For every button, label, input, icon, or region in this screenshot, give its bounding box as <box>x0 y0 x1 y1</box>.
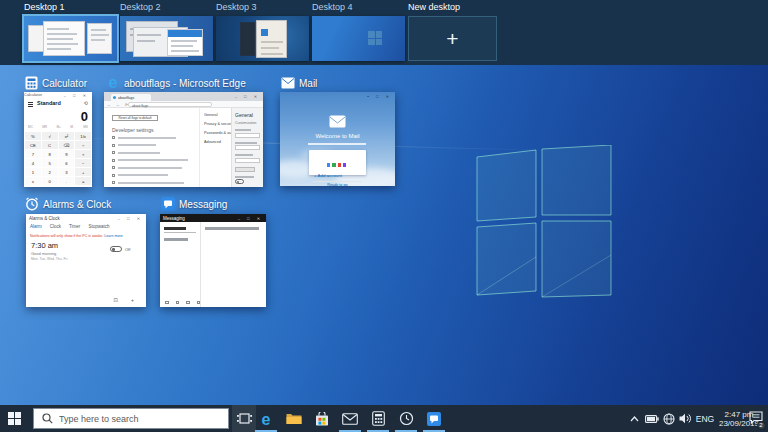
svg-text:e: e <box>262 411 271 427</box>
mail-account-card: + Add account Ready to go <box>309 150 366 175</box>
alarms-tabs: AlarmClockTimerStopwatch <box>30 224 109 229</box>
learn-more-link: Learn more <box>104 234 122 238</box>
globe-network-icon <box>663 413 675 425</box>
messaging-thumbnail-label: Messaging <box>179 199 227 210</box>
task-view-icon <box>237 412 252 425</box>
edge-flags-page: Reset all flags to default Developer set… <box>104 108 199 187</box>
search-input[interactable] <box>59 414 209 424</box>
calculator-keys: %√x²1/xCEC⌫÷789×456−123+±0.= <box>25 132 91 185</box>
svg-text:e: e <box>109 74 118 90</box>
chevron-up-icon <box>630 416 639 422</box>
calc-key: ÷ <box>75 141 91 149</box>
alarms-clock-icon <box>25 197 39 211</box>
add-account-link: + Add account <box>309 171 366 179</box>
alarm-name: Good morning <box>31 251 56 256</box>
calc-key: ⌫ <box>59 141 75 149</box>
ready-to-go-link: Ready to go <box>309 182 366 187</box>
window-thumbnail-messaging[interactable]: Messaging – □ ✕ <box>160 214 266 307</box>
taskbar-app-calculator[interactable] <box>364 405 392 432</box>
developer-settings-heading: Developer settings <box>112 127 153 133</box>
taskbar-app-file-explorer[interactable] <box>280 405 308 432</box>
calc-key: × <box>75 150 91 158</box>
alarms-window-title: Alarms & Clock <box>29 216 60 221</box>
calc-memory-key: M+ <box>56 125 61 129</box>
desktop-tile-3[interactable] <box>216 16 309 61</box>
window-controls: ▪ □ ✕ <box>368 94 392 99</box>
messaging-titlebar: Messaging – □ ✕ <box>160 214 266 222</box>
edge-settings-nav-item: General <box>204 113 231 117</box>
calculator-icon <box>25 76 38 90</box>
window-controls: – □ ✕ <box>238 216 263 221</box>
calc-key: 3 <box>59 168 75 176</box>
taskbar-app-alarms[interactable] <box>392 405 420 432</box>
messaging-window-title: Messaging <box>163 216 185 221</box>
notification-badge: 2 <box>757 421 766 430</box>
window-thumbnail-mail[interactable]: ▪ □ ✕ Welcome to Mail + Add account Read… <box>280 92 395 186</box>
calc-key: 2 <box>42 168 58 176</box>
window-thumbnail-alarms[interactable]: Alarms & Clock – □ ✕ AlarmClockTimerStop… <box>26 214 146 307</box>
action-center-button[interactable]: 2 <box>745 405 766 432</box>
window-controls: – □ ✕ <box>235 94 260 99</box>
messaging-icon <box>427 412 441 426</box>
edge-thumbnail-label: aboutflags - Microsoft Edge <box>124 78 246 89</box>
calc-key: 9 <box>59 150 75 158</box>
desktop-tile-4[interactable] <box>312 16 405 61</box>
calc-key: 0 <box>42 177 58 185</box>
search-icon <box>42 413 53 424</box>
window-thumbnail-edge[interactable]: aboutflags – □ ✕ ← → ⟳ about:flags Reset… <box>104 92 263 187</box>
windows-logo <box>474 145 614 300</box>
alarm-toggle-label: Off <box>125 247 130 252</box>
taskbar-app-messaging[interactable] <box>420 405 448 432</box>
edge-address-bar: ← → ⟳ about:flags <box>104 101 263 108</box>
window-controls: – □ ✕ <box>118 216 143 221</box>
mail-envelope-icon <box>329 114 346 128</box>
browser-nav-icons: ← → ⟳ <box>107 102 130 107</box>
new-desktop-tile[interactable]: + <box>408 16 497 61</box>
clock-icon <box>399 411 414 426</box>
edge-settings-nav-item: Advanced <box>204 140 231 144</box>
desktop-tile-2[interactable] <box>120 16 213 61</box>
new-desktop-label: New desktop <box>408 2 460 12</box>
desktop-1-label: Desktop 1 <box>24 2 65 12</box>
calc-key: C <box>42 141 58 149</box>
file-explorer-icon <box>286 412 302 425</box>
calc-key: 1 <box>25 168 41 176</box>
volume-indicator[interactable] <box>677 405 694 432</box>
calc-key: 1/x <box>75 132 91 140</box>
calc-key: 4 <box>25 159 41 167</box>
window-thumbnail-calculator[interactable]: Calculator – □ ✕ Standard ⟲ 0 MCMRM+M-MS… <box>24 92 92 187</box>
language-indicator[interactable]: ENG <box>694 405 716 432</box>
windows-start-icon <box>8 412 21 425</box>
store-icon <box>315 412 329 426</box>
edge-settings-panel: General Customization <box>231 108 263 187</box>
taskbar-app-edge[interactable]: e <box>252 405 280 432</box>
calc-key: 6 <box>59 159 75 167</box>
battery-indicator[interactable] <box>643 405 660 432</box>
taskbar-search-box[interactable] <box>33 408 229 429</box>
network-indicator[interactable] <box>660 405 677 432</box>
desktop-4-label: Desktop 4 <box>312 2 353 12</box>
menu-icon <box>28 102 33 103</box>
calc-memory-key: MC <box>28 125 33 129</box>
taskbar-app-mail[interactable] <box>336 405 364 432</box>
calculator-memory-row: MCMRM+M-MS <box>24 125 92 129</box>
alarms-thumbnail-label: Alarms & Clock <box>43 199 111 210</box>
battery-icon <box>645 415 659 423</box>
taskbar-app-store[interactable] <box>308 405 336 432</box>
calculator-display: 0 <box>24 109 92 124</box>
speaker-icon <box>679 413 692 424</box>
start-button[interactable] <box>0 405 28 432</box>
settings-panel-title: General <box>235 112 260 118</box>
calc-key: 8 <box>42 150 58 158</box>
taskbar: e <box>0 405 768 432</box>
calc-key: + <box>75 168 91 176</box>
edge-settings-nav-item: Privacy & security <box>204 122 231 126</box>
calc-key: ± <box>25 177 41 185</box>
mail-icon <box>342 413 358 425</box>
tray-chevron-button[interactable] <box>626 405 642 432</box>
calc-key: % <box>25 132 41 140</box>
mail-subtext <box>308 143 366 145</box>
desktop-tile-1[interactable] <box>22 14 119 63</box>
alarm-time: 7:30 am <box>31 241 58 250</box>
calc-key: . <box>59 177 75 185</box>
